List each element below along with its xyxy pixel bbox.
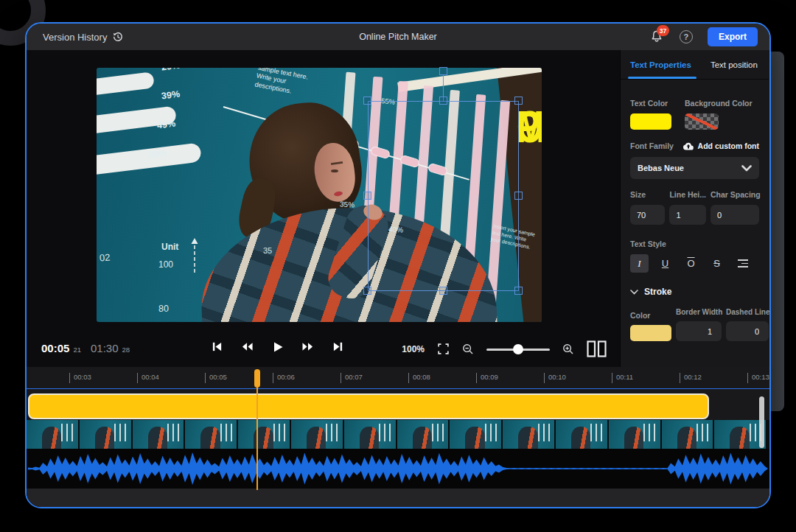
text-clip[interactable] bbox=[28, 393, 709, 419]
skip-to-start-button[interactable] bbox=[211, 340, 223, 353]
zoom-slider[interactable] bbox=[486, 344, 550, 354]
axis-label: 02 bbox=[99, 252, 110, 264]
text-properties-body: Text Color Background Color Font Family bbox=[621, 80, 769, 341]
timeline-footer bbox=[27, 489, 769, 507]
ruler-tick: 00:09 bbox=[476, 373, 498, 383]
size-input[interactable] bbox=[630, 205, 665, 225]
text-align-button[interactable] bbox=[733, 254, 752, 273]
rewind-button[interactable] bbox=[241, 340, 254, 353]
underline-button[interactable]: U bbox=[656, 254, 674, 273]
panel-tabs: Text Properties Text position bbox=[621, 50, 769, 80]
tab-text-properties[interactable]: Text Properties bbox=[621, 50, 701, 79]
version-history-button[interactable]: Version History bbox=[43, 31, 124, 43]
resize-handle-middle-right[interactable] bbox=[514, 192, 523, 200]
zoom-slider-knob[interactable] bbox=[513, 344, 523, 354]
italic-button[interactable]: I bbox=[630, 254, 649, 273]
rotate-handle[interactable] bbox=[439, 67, 447, 75]
text-align-icon bbox=[738, 259, 748, 267]
resize-handle-bottom-left[interactable] bbox=[363, 287, 371, 295]
ruler-tick: 00:11 bbox=[612, 373, 633, 383]
timeline-scrollbar[interactable] bbox=[759, 396, 764, 448]
zoom-out-icon[interactable] bbox=[462, 343, 474, 355]
panes-icon[interactable] bbox=[587, 340, 607, 357]
video-frame-thumbnail[interactable] bbox=[556, 420, 609, 449]
resize-handle-top-left[interactable] bbox=[363, 97, 371, 105]
strikethrough-button[interactable]: S bbox=[708, 254, 726, 273]
export-button[interactable]: Export bbox=[708, 27, 758, 46]
ruler-tick: 00:07 bbox=[341, 373, 363, 383]
chevron-down-icon bbox=[630, 290, 638, 295]
current-time: 00:05 bbox=[41, 342, 69, 354]
dashed-line-input[interactable] bbox=[726, 321, 769, 341]
add-custom-font-label: Add custom font bbox=[698, 141, 759, 150]
video-frame-thumbnail[interactable] bbox=[291, 420, 344, 449]
main-content: 29% 39% 49% 59% insert your sample text … bbox=[27, 50, 769, 367]
video-frame-thumbnail[interactable] bbox=[344, 420, 397, 449]
zoom-in-icon[interactable] bbox=[562, 343, 574, 355]
font-family-value: Bebas Neue bbox=[638, 164, 684, 172]
axis-label: Unit bbox=[161, 242, 178, 252]
char-spacing-input[interactable] bbox=[711, 205, 759, 225]
video-frame-thumbnail[interactable] bbox=[133, 420, 186, 449]
line-height-label: Line Hei... bbox=[669, 190, 706, 199]
stroke-section-label: Stroke bbox=[644, 287, 671, 297]
timeline: 00:0300:0400:0500:0600:0700:0800:0900:10… bbox=[27, 367, 769, 507]
view-controls: 100% bbox=[402, 340, 607, 357]
stroke-section-toggle[interactable]: Stroke bbox=[630, 287, 759, 297]
stroke-color-label: Color bbox=[630, 311, 671, 320]
font-family-select[interactable]: Bebas Neue bbox=[630, 157, 759, 179]
background-color-swatch[interactable] bbox=[685, 113, 719, 130]
fit-to-screen-button[interactable] bbox=[437, 343, 450, 355]
titlebar: Version History Online Pitch Maker 37 ? … bbox=[27, 24, 769, 50]
fast-forward-button[interactable] bbox=[301, 340, 314, 353]
add-custom-font-button[interactable]: Add custom font bbox=[682, 141, 759, 150]
resize-handle-top-right[interactable] bbox=[514, 97, 523, 105]
stroke-color-swatch[interactable] bbox=[630, 325, 671, 341]
help-icon: ? bbox=[684, 32, 689, 41]
stroke-color-field: Color bbox=[630, 311, 671, 341]
canvas-zoom-level: 100% bbox=[402, 344, 425, 354]
line-height-field: Line Hei... bbox=[669, 190, 706, 225]
line-height-input[interactable] bbox=[669, 205, 706, 225]
tab-text-position[interactable]: Text position bbox=[701, 50, 767, 79]
video-track[interactable] bbox=[27, 420, 769, 449]
overline-button[interactable]: O bbox=[682, 254, 700, 273]
playhead[interactable] bbox=[252, 369, 262, 490]
ruler-tick: 00:03 bbox=[69, 373, 91, 383]
time-display: 00:05 21 01:30 28 bbox=[41, 342, 130, 354]
video-frame-thumbnail[interactable] bbox=[80, 420, 133, 449]
skip-to-end-button[interactable] bbox=[332, 340, 344, 353]
resize-handle-middle-left[interactable] bbox=[363, 192, 371, 200]
chart-percent-label: 35% bbox=[340, 200, 355, 209]
editor-window: Version History Online Pitch Maker 37 ? … bbox=[25, 22, 771, 508]
video-frame-thumbnail[interactable] bbox=[450, 420, 503, 449]
total-frames: 28 bbox=[122, 346, 130, 354]
board-note-text: insert your sample text here. Write your… bbox=[254, 68, 341, 105]
video-frame-thumbnail[interactable] bbox=[238, 420, 291, 449]
ruler-tick: 00:06 bbox=[273, 373, 295, 383]
resize-handle-bottom-middle[interactable] bbox=[439, 287, 447, 295]
text-selection-box[interactable] bbox=[368, 101, 519, 291]
playback-bar: 00:05 21 01:30 28 100% bbox=[27, 333, 620, 367]
video-frame-thumbnail[interactable] bbox=[609, 420, 662, 449]
resize-handle-bottom-right[interactable] bbox=[514, 287, 523, 295]
presenter-eye bbox=[331, 169, 338, 172]
video-frame-thumbnail[interactable] bbox=[397, 420, 450, 449]
size-label: Size bbox=[630, 190, 665, 199]
version-history-label: Version History bbox=[43, 32, 107, 43]
help-button[interactable]: ? bbox=[680, 30, 693, 43]
video-frame-thumbnail[interactable] bbox=[503, 420, 556, 449]
play-button[interactable] bbox=[271, 340, 284, 353]
border-width-input[interactable] bbox=[676, 321, 722, 341]
timeline-ruler[interactable]: 00:0300:0400:0500:0600:0700:0800:0900:10… bbox=[27, 367, 769, 389]
video-frame-thumbnail[interactable] bbox=[185, 420, 238, 449]
ruler-tick: 00:10 bbox=[544, 373, 566, 383]
resize-handle-top-middle[interactable] bbox=[439, 97, 447, 105]
audio-track[interactable] bbox=[27, 449, 769, 489]
coat-number-label: 35 bbox=[263, 246, 272, 255]
video-frame-thumbnail[interactable] bbox=[27, 420, 80, 449]
notifications-button[interactable]: 37 bbox=[650, 29, 665, 44]
ruler-tick: 00:08 bbox=[408, 373, 430, 383]
video-frame-thumbnail[interactable] bbox=[662, 420, 715, 449]
text-color-swatch[interactable] bbox=[630, 113, 671, 130]
